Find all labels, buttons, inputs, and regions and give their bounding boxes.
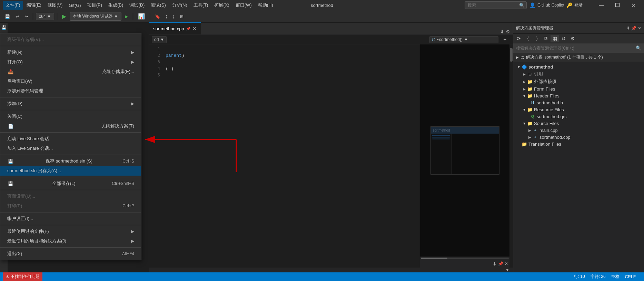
menu-file[interactable]: 文件(F) <box>3 1 23 10</box>
solution-expand-icon[interactable]: ▶ <box>516 55 519 59</box>
menu-item-add-source[interactable]: 添加到源代码管理 <box>0 86 141 96</box>
redo-toolbar-btn[interactable]: ↪ <box>22 13 30 20</box>
menu-item-recent-files[interactable]: 最近使用过的文件(F) ▶ <box>0 227 141 236</box>
tree-item-form-files[interactable]: ▶ 📁 Form Files <box>513 85 644 92</box>
menu-item-liveshare-start[interactable]: 启动 Live Share 会话 <box>0 134 141 144</box>
menu-debug[interactable]: 调试(D) <box>127 1 147 10</box>
scroll-down-icon[interactable]: ▼ <box>505 268 509 272</box>
undo-toolbar-btn[interactable]: ↩ <box>13 13 21 20</box>
prev-bookmark-btn[interactable]: ⟨ <box>164 13 169 20</box>
tree-item-sortmethod-qrc[interactable]: Q sortmethod.qrc <box>513 113 644 120</box>
toolbar-sep-3 <box>133 13 133 20</box>
tab-close-icon[interactable]: ✕ <box>192 26 197 31</box>
global-search-input[interactable] <box>465 1 527 9</box>
se-pin-icon[interactable]: 📌 <box>631 26 636 31</box>
preview-pin-icon[interactable]: 📌 <box>498 261 503 266</box>
se-settings-btn[interactable]: ⚙ <box>568 35 577 42</box>
se-search-input[interactable] <box>516 46 636 51</box>
se-close-icon[interactable]: ✕ <box>638 26 641 31</box>
bookmark-list-btn[interactable]: ⊞ <box>178 13 186 20</box>
menu-item-save-all[interactable]: 💾 全部保存(L) Ctrl+Shift+S <box>0 179 141 188</box>
tree-item-ref[interactable]: ▶ ⊞ 引用 <box>513 70 644 78</box>
preview-dark-area: sortmethod <box>420 44 509 257</box>
se-properties-btn[interactable]: ⧉ <box>542 35 550 42</box>
menu-item-liveshare-join[interactable]: 加入 Live Share 会话... <box>0 144 141 153</box>
se-back-btn[interactable]: ⟨ <box>524 35 532 42</box>
menu-item-page-setup[interactable]: 页面设置(U)... <box>0 191 141 201</box>
menu-project[interactable]: 项目(P) <box>85 1 105 10</box>
tree-item-translation-files[interactable]: 📁 Translation Files <box>513 140 644 147</box>
qrc-file-icon: Q <box>530 114 535 119</box>
menu-view[interactable]: 视图(V) <box>45 1 65 10</box>
menu-item-saveas-sln[interactable]: sortmethod.sln 另存为(A)... <box>0 166 141 176</box>
menu-edit[interactable]: 编辑(E) <box>24 1 44 10</box>
se-forward-btn[interactable]: ⟩ <box>533 35 541 42</box>
method-label: ~sortmethod() <box>437 37 463 42</box>
run-button[interactable]: ▶ <box>60 12 68 21</box>
run-without-debug-btn[interactable]: ▶ <box>123 13 130 20</box>
tree-item-ext-dep[interactable]: ▶ 📁 外部依赖项 <box>513 78 644 85</box>
performance-profiler-btn[interactable]: 📊 <box>136 12 147 21</box>
code-area[interactable]: parent) ( ) <box>163 44 420 268</box>
se-filter-btn[interactable]: ▦ <box>551 35 559 42</box>
login-label[interactable]: 登录 <box>574 2 583 8</box>
editor-content: 1 2 3 4 5 parent) ( ) sortmet <box>149 44 513 268</box>
scope-selector[interactable]: od ▼ <box>152 36 167 43</box>
save-toolbar-btn[interactable]: 💾 <box>3 13 12 20</box>
tree-item-source-files[interactable]: ▼ 📁 Source Files <box>513 120 644 127</box>
status-col: 字符: 26 <box>591 274 606 280</box>
title-bar-right: 🔍 👤 GitHub Copilot 🔑 登录 — ⧠ ✕ <box>465 0 641 10</box>
next-bookmark-btn[interactable]: ⟩ <box>171 13 177 20</box>
menu-item-open[interactable]: 打开(O) ▶ <box>0 57 141 67</box>
menu-item-start-window[interactable]: 启动窗口(W) <box>0 76 141 86</box>
menu-label: 加入 Live Share 会话... <box>7 145 53 152</box>
preview-down-icon[interactable]: ⬇ <box>493 261 497 267</box>
platform-dropdown[interactable]: x64 ▼ <box>36 13 54 20</box>
menu-item-new[interactable]: 新建(N) ▶ <box>0 48 141 57</box>
menu-item-close[interactable]: 关闭(C) <box>0 112 141 121</box>
tab-sortmethod-cpp[interactable]: sortmethod.cpp 📌 ✕ <box>149 22 201 34</box>
tree-item-resource-files[interactable]: ▼ 📁 Resource Files <box>513 106 644 113</box>
menu-item-save-sln[interactable]: 💾 保存 sortmethod.sln (S) Ctrl+S <box>0 156 141 166</box>
add-icon[interactable]: + <box>503 37 506 43</box>
tab-overflow-icon[interactable]: ⬇ <box>500 29 504 34</box>
se-sync-btn[interactable]: ⟳ <box>515 35 523 42</box>
menu-item-clone[interactable]: 📥 克隆存储库(E)... <box>0 67 141 76</box>
menu-item-account[interactable]: 帐户设置(I)... <box>0 214 141 223</box>
tree-item-header-files[interactable]: ▼ 📁 Header Files <box>513 92 644 99</box>
debugger-dropdown[interactable]: 本地 Windows 调试器 ▼ <box>70 12 121 21</box>
tab-settings-icon[interactable]: ⚙ <box>506 29 510 34</box>
menu-git[interactable]: Git(G) <box>66 1 83 9</box>
se-solution-label-row: ▶ 🗂 解决方案 'sortmethod' (1 个项目，共 1 个) <box>513 53 644 62</box>
tree-label: 引用 <box>534 71 543 77</box>
tree-item-sortmethod-cpp[interactable]: ▶ + sortmethod.cpp <box>513 134 644 140</box>
tree-item-sortmethod-h[interactable]: H sortmethod.h <box>513 99 644 106</box>
minimize-button[interactable]: — <box>594 0 610 10</box>
activity-save-icon[interactable]: 💾 <box>0 24 7 31</box>
menu-window[interactable]: 窗口(W) <box>233 1 255 10</box>
menu-extensions[interactable]: 扩展(X) <box>211 1 232 10</box>
editor-vertical-scrollbar[interactable] <box>509 44 513 268</box>
menu-test[interactable]: 测试(S) <box>148 1 168 10</box>
menu-item-add[interactable]: 添加(D) ▶ <box>0 99 141 108</box>
se-down-icon[interactable]: ⬇ <box>626 26 630 31</box>
tree-project[interactable]: ▼ 🔷 sortmethod <box>513 63 644 70</box>
close-button[interactable]: ✕ <box>625 0 641 10</box>
preview-close-icon[interactable]: ✕ <box>505 261 508 266</box>
maximize-button[interactable]: ⧠ <box>610 0 625 10</box>
menu-analyze[interactable]: 分析(N) <box>169 1 190 10</box>
menu-item-exit[interactable]: 退出(X) Alt+F4 <box>0 249 141 259</box>
menu-build[interactable]: 生成(B) <box>106 1 126 10</box>
menu-item-close-solution[interactable]: 📄 关闭解决方案(T) <box>0 121 141 131</box>
se-toolbar: ⟳ ⟨ ⟩ ⧉ ▦ ↺ ⚙ <box>513 34 644 43</box>
se-refresh-btn[interactable]: ↺ <box>559 35 568 42</box>
tree-item-main-cpp[interactable]: ▶ + main.cpp <box>513 127 644 134</box>
menu-item-recent-projects[interactable]: 最近使用的项目和解决方案(J) ▶ <box>0 236 141 246</box>
menu-help[interactable]: 帮助(H) <box>255 1 276 10</box>
menu-tools[interactable]: 工具(T) <box>191 1 211 10</box>
bookmark-btn[interactable]: 🔖 <box>153 13 162 20</box>
menu-item-advanced-save[interactable]: 高级保存选项(V)... <box>0 35 141 44</box>
form-files-icon: 📁 <box>527 86 533 92</box>
menu-item-print[interactable]: 打印(P)... Ctrl+P <box>0 201 141 211</box>
method-selector[interactable]: ⬡ ~sortmethod() ▼ <box>429 36 498 43</box>
